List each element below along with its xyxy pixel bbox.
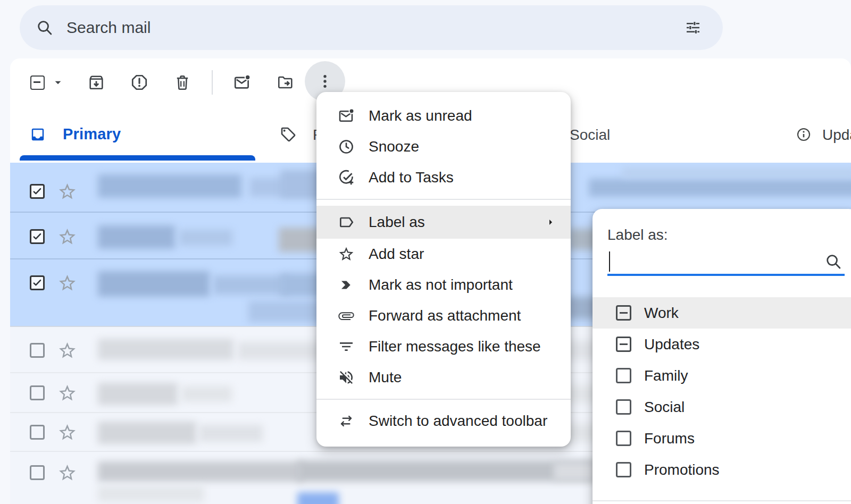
menu-item-label: Snooze <box>369 138 571 155</box>
star-icon[interactable] <box>57 273 77 293</box>
submenu-arrow-icon <box>544 216 557 229</box>
menu-item-add-to-tasks[interactable]: Add to Tasks <box>316 162 571 193</box>
label-option-promotions[interactable]: Promotions <box>593 454 851 485</box>
redacted-text <box>181 386 232 402</box>
select-all-checkbox[interactable] <box>28 73 46 91</box>
label-option-name: Social <box>644 399 685 416</box>
checkbox-indeterminate-icon[interactable] <box>616 305 631 321</box>
mark-unread-icon <box>233 73 251 91</box>
menu-item-label: Mark as not important <box>369 276 571 293</box>
swap-icon <box>338 413 355 430</box>
redacted-text <box>98 174 241 198</box>
label-option-forums[interactable]: Forums <box>593 423 851 454</box>
menu-item-switch-to-advanced-toolbar[interactable]: Switch to advanced toolbar <box>316 406 571 436</box>
menu-item-label: Add star <box>369 246 571 263</box>
select-dropdown-button[interactable] <box>49 73 67 91</box>
star-icon[interactable] <box>57 383 77 403</box>
search-placeholder: Search mail <box>66 19 685 37</box>
redacted-text <box>589 179 851 197</box>
label-option-name: Forums <box>644 430 695 447</box>
tab-primary-indicator <box>20 155 255 161</box>
label-option-name: Promotions <box>644 461 720 478</box>
menu-item-snooze[interactable]: Snooze <box>316 131 571 162</box>
caret-down-icon <box>51 75 65 89</box>
menu-item-label: Mark as unread <box>369 107 571 124</box>
tab-updates-label[interactable]: Updates <box>822 127 851 144</box>
star-icon[interactable] <box>57 182 77 201</box>
menu-item-label: Mute <box>369 369 571 386</box>
move-to-folder-icon <box>277 73 295 91</box>
menu-item-label: Switch to advanced toolbar <box>369 413 571 430</box>
move-to-button[interactable] <box>277 73 295 91</box>
redacted-text <box>297 492 339 504</box>
checkbox-empty-icon[interactable] <box>616 399 631 415</box>
checkbox-empty-icon[interactable] <box>616 431 631 446</box>
menu-item-mark-as-unread[interactable]: Mark as unread <box>316 100 571 131</box>
redacted-text <box>297 460 595 482</box>
menu-item-label: Label as <box>369 214 544 231</box>
menu-item-mute[interactable]: Mute <box>316 362 571 393</box>
menu-item-label-as[interactable]: Label as <box>316 206 571 239</box>
inbox-icon <box>30 127 46 142</box>
label-menu-divider <box>593 500 851 501</box>
row-checkbox-empty[interactable] <box>30 385 45 400</box>
label-option-social[interactable]: Social <box>593 391 851 423</box>
more-vert-icon <box>316 72 334 90</box>
row-checkbox-empty[interactable] <box>30 343 45 358</box>
checkbox-indeterminate-icon[interactable] <box>616 337 631 352</box>
menu-item-label: Add to Tasks <box>369 169 571 186</box>
not-important-icon <box>338 276 355 293</box>
label-option-family[interactable]: Family <box>593 360 851 391</box>
row-checkbox-checked[interactable] <box>30 184 45 199</box>
star-icon[interactable] <box>57 227 77 247</box>
checkbox-empty-icon[interactable] <box>616 462 631 477</box>
promotions-tag-icon[interactable] <box>280 126 297 143</box>
star-icon[interactable] <box>57 463 77 483</box>
checkbox-indeterminate-icon <box>30 75 45 90</box>
tab-social-label[interactable]: Social <box>570 127 610 144</box>
menu-item-filter-messages-like-these[interactable]: Filter messages like these <box>316 331 571 362</box>
search-bar[interactable]: Search mail <box>20 5 723 50</box>
trash-icon <box>173 73 191 91</box>
menu-item-mark-as-not-important[interactable]: Mark as not important <box>316 270 571 300</box>
label-option-name: Work <box>644 305 679 322</box>
redacted-text <box>98 225 175 249</box>
search-filters-icon[interactable] <box>685 19 702 36</box>
label-menu-title: Label as: <box>607 226 851 244</box>
redacted-text <box>238 342 328 360</box>
mute-icon <box>338 369 355 386</box>
label-search-field[interactable] <box>607 249 845 276</box>
redacted-text <box>213 275 288 295</box>
info-icon[interactable] <box>796 127 812 142</box>
menu-item-label: Forward as attachment <box>369 307 571 324</box>
mark-unread-button[interactable] <box>233 73 251 91</box>
report-spam-button[interactable] <box>130 73 148 91</box>
label-option-updates[interactable]: Updates <box>593 329 851 360</box>
clock-icon <box>338 138 355 155</box>
label-option-work[interactable]: Work <box>593 297 851 329</box>
row-checkbox-checked[interactable] <box>30 229 45 244</box>
archive-icon <box>87 73 105 91</box>
redacted-text <box>98 486 204 502</box>
menu-item-label: Filter messages like these <box>369 338 571 355</box>
label-search-icon <box>824 253 842 271</box>
checkbox-empty-icon[interactable] <box>616 368 631 383</box>
star-icon <box>338 246 355 263</box>
row-checkbox-empty[interactable] <box>30 425 45 440</box>
archive-button[interactable] <box>87 73 105 91</box>
label-icon <box>338 214 355 231</box>
star-icon[interactable] <box>57 423 77 442</box>
redacted-text <box>98 461 303 482</box>
menu-item-forward-as-attachment[interactable]: Forward as attachment <box>316 300 571 331</box>
tab-primary[interactable]: Primary <box>30 125 121 143</box>
star-icon[interactable] <box>57 341 77 360</box>
attachment-icon <box>338 307 355 324</box>
label-search-input[interactable] <box>607 250 812 272</box>
search-icon <box>36 19 54 37</box>
redacted-text <box>179 230 232 246</box>
row-checkbox-checked[interactable] <box>30 275 45 290</box>
delete-button[interactable] <box>173 73 191 91</box>
menu-item-add-star[interactable]: Add star <box>316 239 571 270</box>
row-checkbox-empty[interactable] <box>30 465 45 480</box>
toolbar-divider <box>212 70 213 95</box>
